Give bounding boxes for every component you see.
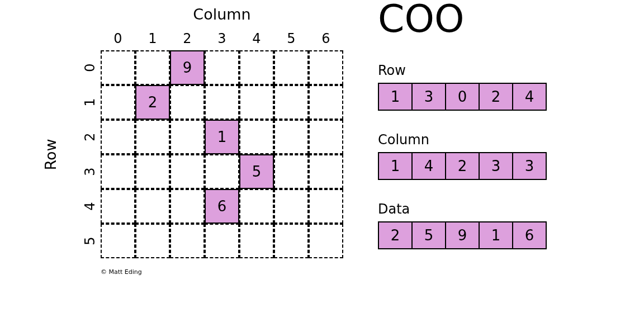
row-array-cell: 0: [445, 83, 480, 111]
matrix-cell: [135, 120, 170, 154]
col-header: 5: [274, 31, 309, 49]
row-array: 1 3 0 2 4: [378, 83, 547, 111]
column-array-label: Column: [378, 132, 547, 148]
matrix-cell: [309, 50, 343, 85]
matrix-cell: [205, 85, 239, 120]
matrix-cell: [101, 224, 135, 258]
matrix-cell: [274, 85, 309, 120]
matrix-cell: [170, 85, 205, 120]
matrix-nonzero-cell: 6: [205, 189, 239, 224]
matrix-cell: [101, 189, 135, 224]
matrix-cell: [135, 50, 170, 85]
matrix-cell: [239, 224, 274, 258]
matrix-cell: [101, 154, 135, 189]
matrix-nonzero-cell: 9: [170, 50, 205, 85]
matrix-cell: [135, 154, 170, 189]
row-header: 2: [81, 120, 99, 154]
data-array-label: Data: [378, 201, 547, 217]
matrix-cell: [274, 120, 309, 154]
row-array-cell: 3: [411, 83, 446, 111]
column-array-cell: 1: [378, 152, 413, 180]
matrix-cell: [205, 154, 239, 189]
matrix-cell: [135, 224, 170, 258]
credit-text: © Matt Eding: [101, 268, 142, 276]
matrix-cell: [239, 50, 274, 85]
row-header: 1: [81, 85, 99, 120]
col-header: 6: [309, 31, 343, 49]
matrix-cell: [205, 50, 239, 85]
column-array-cell: 4: [411, 152, 446, 180]
matrix-nonzero-cell: 1: [205, 120, 239, 154]
matrix-cell: [170, 224, 205, 258]
row-axis-title: Row: [39, 50, 61, 258]
col-header: 0: [101, 31, 135, 49]
column-array-cell: 3: [479, 152, 513, 180]
matrix-cell: [309, 120, 343, 154]
row-array-block: Row 1 3 0 2 4: [378, 63, 547, 111]
column-array-cell: 2: [445, 152, 480, 180]
diagram-canvas: Column Row 0 1 2 3 4 5 6 0 1 2 3 4 5 921…: [0, 0, 644, 322]
column-array-block: Column 1 4 2 3 3: [378, 132, 547, 180]
matrix-cell: [239, 120, 274, 154]
matrix-cell: [274, 189, 309, 224]
page-title: COO: [378, 0, 465, 41]
matrix-grid: 92156: [101, 50, 343, 258]
matrix-cell: [170, 120, 205, 154]
matrix-cell: [309, 224, 343, 258]
matrix-cell: [309, 85, 343, 120]
matrix-cell: [170, 154, 205, 189]
matrix-cell: [205, 224, 239, 258]
column-array: 1 4 2 3 3: [378, 152, 547, 180]
matrix-nonzero-cell: 2: [135, 85, 170, 120]
row-header: 4: [81, 189, 99, 224]
row-header: 0: [81, 50, 99, 85]
matrix-cell: [135, 189, 170, 224]
data-array-cell: 1: [479, 221, 513, 249]
data-array-block: Data 2 5 9 1 6: [378, 201, 547, 249]
data-array: 2 5 9 1 6: [378, 221, 547, 249]
row-header: 3: [81, 154, 99, 189]
row-array-cell: 2: [479, 83, 513, 111]
matrix-cell: [274, 50, 309, 85]
col-header: 3: [205, 31, 239, 49]
matrix-cell: [239, 189, 274, 224]
matrix-cell: [309, 154, 343, 189]
column-array-cell: 3: [512, 152, 547, 180]
matrix-cell: [274, 154, 309, 189]
matrix-cell: [170, 189, 205, 224]
matrix-cell: [309, 189, 343, 224]
row-array-label: Row: [378, 63, 547, 78]
data-array-cell: 9: [445, 221, 480, 249]
data-array-cell: 2: [378, 221, 413, 249]
data-array-cell: 6: [512, 221, 547, 249]
matrix-cell: [101, 85, 135, 120]
matrix-cell: [101, 120, 135, 154]
col-header: 1: [135, 31, 170, 49]
row-array-cell: 1: [378, 83, 413, 111]
row-array-cell: 4: [512, 83, 547, 111]
matrix-nonzero-cell: 5: [239, 154, 274, 189]
matrix-cell: [239, 85, 274, 120]
column-axis-title: Column: [101, 6, 343, 23]
data-array-cell: 5: [411, 221, 446, 249]
col-header: 2: [170, 31, 205, 49]
matrix-cell: [101, 50, 135, 85]
col-header: 4: [239, 31, 274, 49]
matrix-cell: [274, 224, 309, 258]
row-header: 5: [81, 224, 99, 258]
